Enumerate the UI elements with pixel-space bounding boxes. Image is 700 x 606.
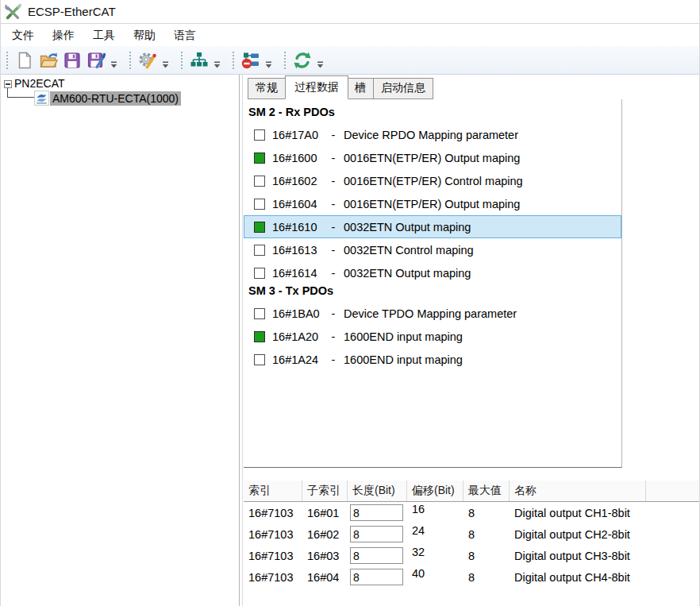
pdo-index: 16#1602 [272, 175, 323, 187]
table-row-ch1[interactable]: 16#7103 16#01 16 8 Digital output CH1-8b… [244, 502, 699, 523]
new-file-icon [15, 51, 34, 70]
tree-device-label[interactable]: AM600-RTU-ECTA(1000) [50, 91, 181, 106]
toolbar-grip[interactable] [129, 51, 132, 70]
pdo-name: 1600END input maping [344, 353, 463, 366]
tree-collapse-toggle[interactable] [4, 80, 12, 88]
pdo-index: 16#1BA0 [272, 307, 323, 320]
pdo-dash: - [323, 307, 344, 320]
pdo-dash: - [323, 129, 344, 141]
cell-max: 8 [463, 566, 510, 588]
menu-operation[interactable]: 操作 [51, 26, 76, 45]
pdo-row-1a24[interactable]: 16#1A24 - 1600END input maping [244, 348, 621, 371]
remove-device-button[interactable] [240, 49, 262, 71]
tree-device-node[interactable]: AM600-RTU-ECTA(1000) [34, 91, 181, 106]
toolbar-grip[interactable] [232, 51, 235, 70]
settings-group-dropdown-icon[interactable] [162, 61, 169, 68]
pdo-checkbox[interactable] [254, 129, 265, 141]
pdo-checkbox-checked[interactable] [254, 152, 265, 164]
toolbar-group-file [4, 49, 119, 71]
new-file-button[interactable] [13, 49, 36, 71]
refresh-group-dropdown-icon[interactable] [317, 61, 324, 68]
toolbar-group-refresh [282, 49, 325, 71]
pdo-checkbox[interactable] [254, 354, 265, 365]
refresh-button[interactable] [291, 49, 313, 71]
save-button[interactable] [61, 49, 83, 71]
column-header-name[interactable]: 名称 [510, 481, 646, 501]
pdo-row-1a20[interactable]: 16#1A20 - 1600END input maping [244, 325, 621, 348]
pdo-row-17a0[interactable]: 16#17A0 - Device RPDO Mapping parameter [244, 123, 621, 146]
cell-offset: 32 [407, 545, 463, 566]
pdo-row-1610-selected[interactable]: 16#1610 - 0032ETN Output maping [244, 215, 621, 238]
pdo-checkbox[interactable] [254, 308, 265, 319]
pdo-row-1614[interactable]: 16#1614 - 0032ETN Output maping [244, 261, 621, 284]
menu-language[interactable]: 语言 [172, 26, 198, 45]
pdo-name: 0016ETN(ETP/ER) Output maping [344, 152, 520, 164]
tab-general[interactable]: 常规 [248, 78, 286, 99]
settings-edit-button[interactable] [137, 49, 159, 71]
pdo-checkbox[interactable] [254, 245, 265, 256]
pdo-name: 0032ETN Output maping [344, 267, 471, 280]
pdo-dash: - [323, 175, 344, 187]
tab-strip: 常规 过程数据 槽 启动信息 [248, 79, 433, 99]
length-input[interactable] [350, 526, 403, 542]
pdo-list-panel: SM 2 - Rx PDOs 16#17A0 - Device RPDO Map… [244, 99, 622, 468]
toolbar-group-settings [127, 49, 171, 71]
cell-max: 8 [463, 545, 510, 566]
cell-name: Digital output CH4-8bit [514, 571, 630, 584]
pdo-dash: - [323, 330, 344, 343]
cell-max: 8 [463, 502, 510, 523]
menu-tools[interactable]: 工具 [91, 26, 117, 45]
tab-startup-info[interactable]: 启动信息 [374, 78, 433, 99]
tab-slot[interactable]: 槽 [348, 78, 374, 99]
table-row-ch3[interactable]: 16#7103 16#03 32 8 Digital output CH3-8b… [244, 545, 699, 566]
file-group-dropdown-icon[interactable] [110, 61, 117, 68]
pdo-row-1ba0[interactable]: 16#1BA0 - Device TPDO Mapping parameter [244, 302, 621, 325]
column-header-max[interactable]: 最大值 [463, 481, 510, 501]
column-header-subindex[interactable]: 子索引 [302, 481, 348, 501]
remove-group-dropdown-icon[interactable] [265, 61, 272, 68]
table-row-ch2[interactable]: 16#7103 16#02 24 8 Digital output CH2-8b… [244, 523, 699, 545]
length-input[interactable] [350, 504, 403, 521]
toolbar-grip[interactable] [283, 51, 287, 70]
pdo-section-title-sm3: SM 3 - Tx PDOs [244, 284, 621, 302]
toolbar-group-topology [179, 49, 222, 71]
pdo-row-1600[interactable]: 16#1600 - 0016ETN(ETP/ER) Output maping [244, 146, 621, 169]
pdo-row-1604[interactable]: 16#1604 - 0016ETN(ETP/ER) Output maping [244, 192, 621, 215]
pdo-name: 0016ETN(ETP/ER) Output maping [344, 198, 520, 210]
tab-process-data[interactable]: 过程数据 [285, 75, 348, 99]
save-as-button[interactable] [85, 49, 107, 71]
save-as-icon [87, 51, 106, 70]
pdo-checkbox[interactable] [254, 199, 265, 210]
pdo-checkbox[interactable] [254, 268, 265, 279]
menu-help[interactable]: 帮助 [132, 26, 157, 45]
cell-offset: 40 [407, 566, 463, 588]
pdo-dash: - [323, 152, 344, 164]
mapping-entries-table: 索引 子索引 长度(Bit) 偏移(Bit) 最大值 名称 16#7103 16… [244, 481, 699, 606]
title-bar: ECSP-EtherCAT [1, 0, 699, 24]
menu-file[interactable]: 文件 [10, 26, 36, 45]
window-title: ECSP-EtherCAT [28, 5, 116, 18]
topology-group-dropdown-icon[interactable] [213, 61, 221, 68]
column-header-index[interactable]: 索引 [244, 481, 302, 501]
pdo-index: 16#1613 [272, 244, 323, 257]
length-input[interactable] [350, 569, 403, 585]
pdo-row-1613[interactable]: 16#1613 - 0032ETN Control maping [244, 238, 621, 261]
scan-topology-button[interactable] [188, 49, 210, 71]
pdo-name: 0032ETN Output maping [344, 221, 471, 234]
pdo-index: 16#1A24 [272, 353, 323, 366]
pdo-checkbox-checked[interactable] [254, 331, 265, 342]
device-detail-panel: 常规 过程数据 槽 启动信息 SM 2 - Rx PDOs 16#17A0 - … [244, 75, 699, 606]
pdo-row-1602[interactable]: 16#1602 - 0016ETN(ETP/ER) Control maping [244, 169, 621, 192]
table-row-ch4[interactable]: 16#7103 16#04 40 8 Digital output CH4-8b… [244, 566, 699, 588]
pdo-section-title-sm2: SM 2 - Rx PDOs [244, 106, 621, 123]
pdo-checkbox-checked[interactable] [254, 222, 265, 233]
pdo-dash: - [323, 198, 344, 210]
length-input[interactable] [350, 547, 403, 564]
toolbar-grip[interactable] [6, 51, 9, 70]
column-header-offset[interactable]: 偏移(Bit) [407, 481, 463, 501]
pdo-index: 16#1614 [272, 267, 323, 280]
toolbar-grip[interactable] [180, 51, 183, 70]
open-project-button[interactable] [37, 49, 60, 71]
column-header-length[interactable]: 长度(Bit) [348, 481, 407, 501]
pdo-checkbox[interactable] [254, 176, 265, 187]
